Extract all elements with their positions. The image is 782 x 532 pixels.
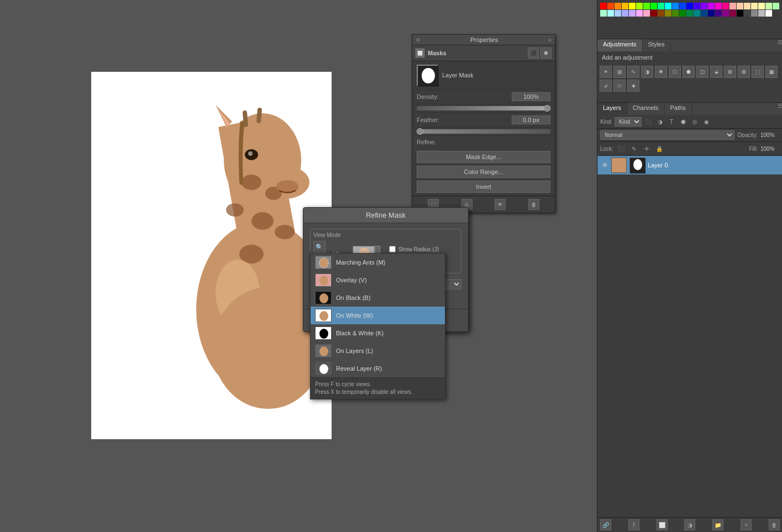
swatch-5[interactable] xyxy=(636,3,643,9)
adj-color-balance[interactable]: ⬟ xyxy=(683,66,695,78)
link-layers-btn[interactable]: 🔗 xyxy=(600,519,611,530)
blend-mode-select[interactable]: Normal xyxy=(600,130,734,140)
lock-paint-btn[interactable]: ✎ xyxy=(629,144,639,154)
filter-type-btn[interactable]: T xyxy=(666,117,676,127)
tab-adjustments[interactable]: Adjustments xyxy=(597,39,643,51)
dropdown-reveal-layer[interactable]: Reveal Layer (R) xyxy=(311,360,445,377)
swatch-19[interactable] xyxy=(737,3,743,9)
adj-threshold[interactable]: ⊿ xyxy=(600,80,612,92)
swatch-9[interactable] xyxy=(665,3,671,9)
adj-gradient-map[interactable]: ⬭ xyxy=(613,80,626,92)
invert-button[interactable]: Invert xyxy=(417,181,550,193)
mask-edge-button[interactable]: Mask Edge... xyxy=(417,151,550,163)
delete-layer-btn[interactable]: 🗑 xyxy=(769,519,780,530)
add-adjustment-btn[interactable]: ◑ xyxy=(684,519,695,530)
adj-posterize[interactable]: ▦ xyxy=(765,66,778,78)
swatch-42[interactable] xyxy=(722,10,729,17)
pixel-mask-icon[interactable]: ⬛ xyxy=(528,48,539,59)
kind-select[interactable]: Kind xyxy=(615,117,642,127)
adj-brightness[interactable]: ☀ xyxy=(600,66,612,78)
dropdown-overlay[interactable]: Overlay (V) xyxy=(311,271,445,289)
lock-transparent-btn[interactable]: ⬛ xyxy=(616,144,626,154)
swatch-21[interactable] xyxy=(751,3,758,9)
swatch-gray[interactable] xyxy=(751,10,758,17)
swatch-7[interactable] xyxy=(650,3,657,9)
vector-mask-icon[interactable]: ⬟ xyxy=(540,48,552,59)
panel-menu-icon[interactable]: ☰ xyxy=(778,39,782,51)
add-style-btn[interactable]: f xyxy=(628,519,639,530)
swatch-22[interactable] xyxy=(758,3,765,9)
tab-paths[interactable]: Paths xyxy=(665,103,692,115)
filter-toggle-btn[interactable]: ◉ xyxy=(701,117,711,127)
adj-exposure[interactable]: ◑ xyxy=(641,66,653,78)
adj-invert[interactable]: ⬚ xyxy=(752,66,764,78)
swatch-8[interactable] xyxy=(658,3,664,9)
swatch-26[interactable] xyxy=(607,10,614,17)
swatch-dark[interactable] xyxy=(744,10,750,17)
swatch-41[interactable] xyxy=(715,10,722,17)
filter-shape-btn[interactable]: ⬟ xyxy=(678,117,688,127)
swatch-10[interactable] xyxy=(672,3,679,9)
swatch-23[interactable] xyxy=(765,3,772,9)
layers-panel-menu[interactable]: ☰ xyxy=(778,103,782,115)
toggle-mask-visibility[interactable]: 👁 xyxy=(495,199,506,210)
add-group-btn[interactable]: 📁 xyxy=(712,519,723,530)
adj-selective-color[interactable]: ◈ xyxy=(627,80,639,92)
swatch-35[interactable] xyxy=(672,10,679,17)
add-layer-btn[interactable]: + xyxy=(741,519,752,530)
swatch-37[interactable] xyxy=(686,10,693,17)
swatch-11[interactable] xyxy=(679,3,686,9)
swatch-1[interactable] xyxy=(607,3,614,9)
adj-color-lookup[interactable]: ⊠ xyxy=(738,66,750,78)
layer-0-item[interactable]: 👁 Layer 0 xyxy=(597,156,782,175)
tab-channels[interactable]: Channels xyxy=(627,103,664,115)
swatch-33[interactable] xyxy=(658,10,664,17)
swatch-31[interactable] xyxy=(643,10,650,17)
swatch-40[interactable] xyxy=(708,10,715,17)
lock-all-btn[interactable]: 🔒 xyxy=(654,144,664,154)
swatch-6[interactable] xyxy=(643,3,650,9)
properties-menu[interactable]: ≡ xyxy=(548,37,552,43)
adj-bw[interactable]: ◫ xyxy=(696,66,708,78)
swatch-43[interactable] xyxy=(729,10,736,17)
filter-smart-btn[interactable]: ◎ xyxy=(690,117,700,127)
swatch-25[interactable] xyxy=(600,10,607,17)
swatch-3[interactable] xyxy=(622,3,628,9)
swatch-38[interactable] xyxy=(694,10,700,17)
lock-position-btn[interactable]: ✛ xyxy=(642,144,652,154)
swatch-20[interactable] xyxy=(744,3,750,9)
swatch-14[interactable] xyxy=(701,3,707,9)
dropdown-on-white[interactable]: On White (W) xyxy=(311,307,445,324)
dropdown-marching-ants[interactable]: Marching Ants (M) xyxy=(311,254,445,271)
add-mask-btn[interactable]: ⬜ xyxy=(657,519,668,530)
adj-channel-mixer[interactable]: ⊞ xyxy=(724,66,736,78)
swatch-27[interactable] xyxy=(615,10,621,17)
swatch-32[interactable] xyxy=(650,10,657,17)
properties-close[interactable]: ✕ xyxy=(416,37,420,43)
swatch-29[interactable] xyxy=(629,10,636,17)
dropdown-on-black[interactable]: On Black (B) xyxy=(311,289,445,307)
tab-styles[interactable]: Styles xyxy=(643,39,671,51)
swatch-17[interactable] xyxy=(722,3,729,9)
feather-slider[interactable] xyxy=(417,129,550,134)
filter-pixel-btn[interactable]: ⬛ xyxy=(643,117,653,127)
show-radius-checkbox[interactable] xyxy=(389,246,396,252)
swatch-light[interactable] xyxy=(758,10,765,17)
adj-hsl[interactable]: ⬡ xyxy=(669,66,681,78)
swatch-18[interactable] xyxy=(729,3,736,9)
density-slider-handle[interactable] xyxy=(544,105,550,112)
swatch-34[interactable] xyxy=(665,10,671,17)
dropdown-black-white[interactable]: Black & White (K) xyxy=(311,324,445,342)
dropdown-on-layers[interactable]: On Layers (L) xyxy=(311,342,445,360)
swatch-28[interactable] xyxy=(622,10,628,17)
swatch-36[interactable] xyxy=(679,10,686,17)
swatch-30[interactable] xyxy=(636,10,643,17)
swatch-39[interactable] xyxy=(701,10,707,17)
adj-vibrance[interactable]: ❋ xyxy=(655,66,667,78)
adj-curves[interactable]: ∿ xyxy=(627,66,639,78)
swatch-2[interactable] xyxy=(615,3,621,9)
filter-adjustment-btn[interactable]: ◑ xyxy=(655,117,665,127)
swatch-15[interactable] xyxy=(708,3,715,9)
adj-levels[interactable]: ▤ xyxy=(613,66,626,78)
feather-slider-handle[interactable] xyxy=(417,128,423,135)
